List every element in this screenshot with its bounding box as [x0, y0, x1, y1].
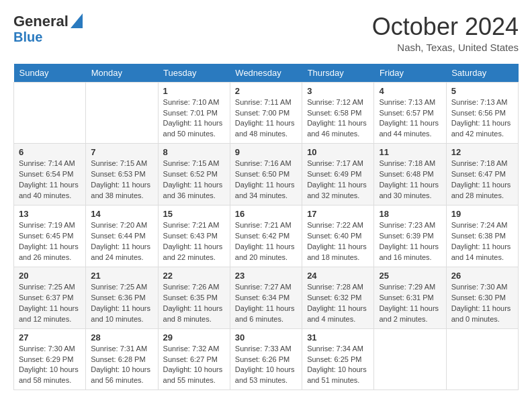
calendar-day-cell: 28Sunrise: 7:31 AM Sunset: 6:28 PM Dayli… [86, 328, 158, 390]
day-info: Sunrise: 7:28 AM Sunset: 6:32 PM Dayligh… [307, 282, 369, 325]
day-number: 2 [235, 86, 297, 96]
calendar-day-cell: 2Sunrise: 7:11 AM Sunset: 7:00 PM Daylig… [230, 82, 302, 144]
day-of-week-header: Wednesday [230, 64, 302, 83]
calendar-day-cell: 25Sunrise: 7:29 AM Sunset: 6:31 PM Dayli… [374, 267, 446, 328]
day-info: Sunrise: 7:18 AM Sunset: 6:47 PM Dayligh… [451, 158, 513, 201]
day-number: 1 [163, 86, 225, 96]
day-number: 17 [307, 209, 369, 219]
calendar-day-cell: 3Sunrise: 7:12 AM Sunset: 6:58 PM Daylig… [302, 82, 374, 144]
calendar-day-cell: 20Sunrise: 7:25 AM Sunset: 6:37 PM Dayli… [14, 267, 86, 328]
day-number: 4 [379, 86, 441, 96]
day-info: Sunrise: 7:15 AM Sunset: 6:53 PM Dayligh… [91, 158, 152, 201]
day-info: Sunrise: 7:32 AM Sunset: 6:27 PM Dayligh… [163, 344, 225, 387]
day-number: 15 [163, 209, 225, 219]
page-header: General Blue October 2024 Nash, Texas, U… [13, 13, 519, 53]
day-info: Sunrise: 7:30 AM Sunset: 6:30 PM Dayligh… [451, 282, 513, 325]
day-number: 24 [307, 271, 369, 281]
calendar-day-cell: 21Sunrise: 7:25 AM Sunset: 6:36 PM Dayli… [86, 267, 158, 328]
day-info: Sunrise: 7:22 AM Sunset: 6:40 PM Dayligh… [307, 220, 369, 263]
calendar-day-cell: 29Sunrise: 7:32 AM Sunset: 6:27 PM Dayli… [158, 328, 230, 390]
calendar-day-cell: 22Sunrise: 7:26 AM Sunset: 6:35 PM Dayli… [158, 267, 230, 328]
day-number: 27 [19, 332, 81, 342]
calendar-day-cell: 1Sunrise: 7:10 AM Sunset: 7:01 PM Daylig… [158, 82, 230, 144]
day-number: 8 [163, 147, 225, 157]
location: Nash, Texas, United States [372, 42, 519, 53]
day-number: 19 [451, 209, 513, 219]
day-number: 18 [379, 209, 441, 219]
month-title: October 2024 [372, 13, 519, 40]
calendar-day-cell: 19Sunrise: 7:24 AM Sunset: 6:38 PM Dayli… [446, 205, 518, 267]
day-number: 29 [163, 332, 225, 342]
calendar-day-cell: 4Sunrise: 7:13 AM Sunset: 6:57 PM Daylig… [374, 82, 446, 144]
day-number: 30 [235, 332, 297, 342]
calendar-day-cell: 13Sunrise: 7:19 AM Sunset: 6:45 PM Dayli… [14, 205, 86, 267]
calendar-day-cell: 10Sunrise: 7:17 AM Sunset: 6:49 PM Dayli… [302, 144, 374, 205]
calendar-week-row: 27Sunrise: 7:30 AM Sunset: 6:29 PM Dayli… [14, 328, 519, 390]
logo: General Blue [13, 13, 83, 44]
calendar-day-cell: 7Sunrise: 7:15 AM Sunset: 6:53 PM Daylig… [86, 144, 158, 205]
day-info: Sunrise: 7:23 AM Sunset: 6:39 PM Dayligh… [379, 220, 441, 263]
day-number: 10 [307, 147, 369, 157]
day-number: 21 [91, 271, 152, 281]
calendar-day-cell: 27Sunrise: 7:30 AM Sunset: 6:29 PM Dayli… [14, 328, 86, 390]
logo-text-general: General [13, 13, 69, 30]
calendar-week-row: 13Sunrise: 7:19 AM Sunset: 6:45 PM Dayli… [14, 205, 519, 267]
day-number: 22 [163, 271, 225, 281]
day-number: 14 [91, 209, 152, 219]
day-number: 31 [307, 332, 369, 342]
calendar-week-row: 20Sunrise: 7:25 AM Sunset: 6:37 PM Dayli… [14, 267, 519, 328]
day-of-week-header: Thursday [302, 64, 374, 83]
day-info: Sunrise: 7:25 AM Sunset: 6:37 PM Dayligh… [19, 282, 81, 325]
logo-text-blue: Blue [13, 30, 42, 44]
day-info: Sunrise: 7:16 AM Sunset: 6:50 PM Dayligh… [235, 158, 297, 201]
day-info: Sunrise: 7:24 AM Sunset: 6:38 PM Dayligh… [451, 220, 513, 263]
calendar-day-cell: 6Sunrise: 7:14 AM Sunset: 6:54 PM Daylig… [14, 144, 86, 205]
day-info: Sunrise: 7:13 AM Sunset: 6:56 PM Dayligh… [451, 97, 513, 140]
logo-triangle-icon [71, 13, 83, 28]
day-info: Sunrise: 7:34 AM Sunset: 6:25 PM Dayligh… [307, 344, 369, 387]
day-number: 26 [451, 271, 513, 281]
day-number: 25 [379, 271, 441, 281]
day-number: 23 [235, 271, 297, 281]
day-number: 20 [19, 271, 81, 281]
calendar-day-cell [14, 82, 86, 144]
day-of-week-header: Sunday [14, 64, 86, 83]
calendar-day-cell: 5Sunrise: 7:13 AM Sunset: 6:56 PM Daylig… [446, 82, 518, 144]
day-info: Sunrise: 7:11 AM Sunset: 7:00 PM Dayligh… [235, 97, 297, 140]
day-info: Sunrise: 7:20 AM Sunset: 6:44 PM Dayligh… [91, 220, 152, 263]
day-number: 3 [307, 86, 369, 96]
day-info: Sunrise: 7:15 AM Sunset: 6:52 PM Dayligh… [163, 158, 225, 201]
calendar-day-cell: 8Sunrise: 7:15 AM Sunset: 6:52 PM Daylig… [158, 144, 230, 205]
calendar-day-cell: 11Sunrise: 7:18 AM Sunset: 6:48 PM Dayli… [374, 144, 446, 205]
day-info: Sunrise: 7:21 AM Sunset: 6:43 PM Dayligh… [163, 220, 225, 263]
day-info: Sunrise: 7:12 AM Sunset: 6:58 PM Dayligh… [307, 97, 369, 140]
calendar-body: 1Sunrise: 7:10 AM Sunset: 7:01 PM Daylig… [14, 82, 519, 390]
calendar-day-cell: 24Sunrise: 7:28 AM Sunset: 6:32 PM Dayli… [302, 267, 374, 328]
calendar-week-row: 1Sunrise: 7:10 AM Sunset: 7:01 PM Daylig… [14, 82, 519, 144]
day-info: Sunrise: 7:18 AM Sunset: 6:48 PM Dayligh… [379, 158, 441, 201]
calendar-day-cell: 14Sunrise: 7:20 AM Sunset: 6:44 PM Dayli… [86, 205, 158, 267]
day-info: Sunrise: 7:33 AM Sunset: 6:26 PM Dayligh… [235, 344, 297, 387]
day-number: 7 [91, 147, 152, 157]
day-number: 11 [379, 147, 441, 157]
calendar-day-cell: 9Sunrise: 7:16 AM Sunset: 6:50 PM Daylig… [230, 144, 302, 205]
day-info: Sunrise: 7:13 AM Sunset: 6:57 PM Dayligh… [379, 97, 441, 140]
calendar-day-cell: 23Sunrise: 7:27 AM Sunset: 6:34 PM Dayli… [230, 267, 302, 328]
calendar-day-cell: 15Sunrise: 7:21 AM Sunset: 6:43 PM Dayli… [158, 205, 230, 267]
day-info: Sunrise: 7:31 AM Sunset: 6:28 PM Dayligh… [91, 344, 152, 387]
day-of-week-header: Tuesday [158, 64, 230, 83]
calendar-day-cell: 12Sunrise: 7:18 AM Sunset: 6:47 PM Dayli… [446, 144, 518, 205]
day-number: 28 [91, 332, 152, 342]
day-info: Sunrise: 7:29 AM Sunset: 6:31 PM Dayligh… [379, 282, 441, 325]
calendar-day-cell: 17Sunrise: 7:22 AM Sunset: 6:40 PM Dayli… [302, 205, 374, 267]
day-info: Sunrise: 7:30 AM Sunset: 6:29 PM Dayligh… [19, 344, 81, 387]
calendar-day-cell [86, 82, 158, 144]
day-info: Sunrise: 7:10 AM Sunset: 7:01 PM Dayligh… [163, 97, 225, 140]
day-info: Sunrise: 7:27 AM Sunset: 6:34 PM Dayligh… [235, 282, 297, 325]
calendar-table: SundayMondayTuesdayWednesdayThursdayFrid… [13, 64, 519, 391]
calendar-header-row: SundayMondayTuesdayWednesdayThursdayFrid… [14, 64, 519, 83]
day-info: Sunrise: 7:17 AM Sunset: 6:49 PM Dayligh… [307, 158, 369, 201]
calendar-day-cell: 16Sunrise: 7:21 AM Sunset: 6:42 PM Dayli… [230, 205, 302, 267]
calendar-day-cell: 31Sunrise: 7:34 AM Sunset: 6:25 PM Dayli… [302, 328, 374, 390]
svg-marker-0 [71, 13, 83, 28]
